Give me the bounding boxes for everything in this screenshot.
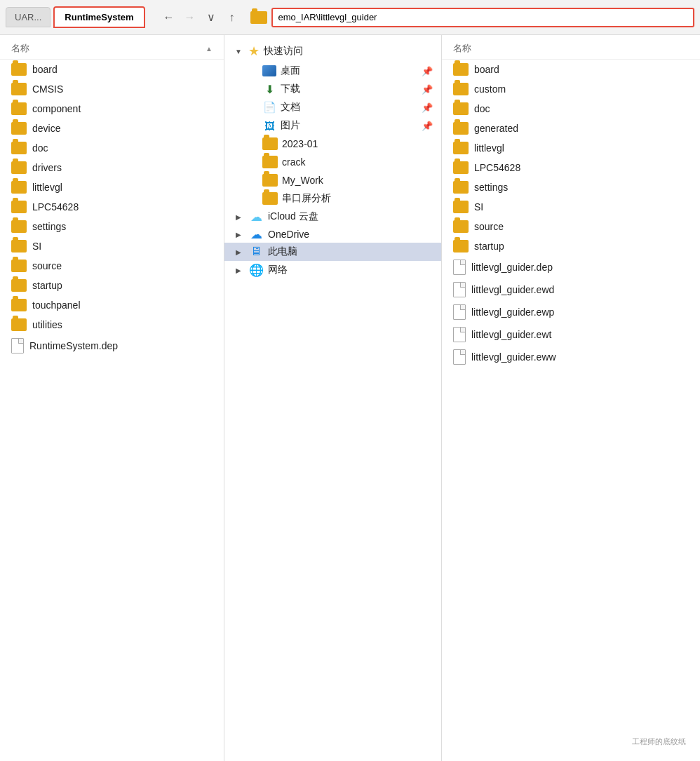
item-name-label: startup [474,241,504,252]
icloud-label: iCloud 云盘 [268,210,318,223]
folder-icon [453,122,469,135]
right-panel-item[interactable]: source [442,217,700,236]
folder-icon [262,137,278,150]
right-panel-item[interactable]: doc [442,99,700,119]
icloud-expand-icon[interactable]: ▶ [233,211,244,222]
right-panel-item[interactable]: littlevgl [442,138,700,158]
left-panel-item[interactable]: LPC54628 [0,197,224,217]
item-name-label: settings [32,221,66,232]
left-panel-item[interactable]: SI [0,236,224,256]
nav-back-button[interactable]: ← [159,8,179,27]
left-panel-item[interactable]: source [0,256,224,276]
quick-access-list-item[interactable]: 串口屏分析 [224,189,441,208]
right-panel-item[interactable]: littlevgl_guider.ewd [442,278,700,301]
left-panel-item[interactable]: CMSIS [0,79,224,99]
network-expand-icon[interactable]: ▶ [233,264,244,276]
item-name-label: littlevgl [474,142,504,154]
left-panel-item[interactable]: RuntimeSystem.dep [0,335,224,357]
item-name-label: drivers [32,162,62,173]
left-panel-item[interactable]: doc [0,138,224,158]
quick-item-name-label: My_Work [282,175,323,186]
item-name-label: littlevgl_guider.ewd [471,284,554,295]
item-name-label: littlevgl_guider.ewt [471,329,551,340]
pc-expand-icon[interactable]: ▶ [233,246,244,257]
left-panel: 名称 ▲ boardCMSIScomponentdevicedocdrivers… [0,35,224,761]
quick-access-list-item[interactable]: My_Work [224,171,441,189]
right-panel-item[interactable]: littlevgl_guider.ewt [442,323,700,346]
left-panel-item[interactable]: littlevgl [0,177,224,197]
folder-icon [453,142,469,154]
folder-icon [453,102,469,115]
download-icon: ⬇ [262,83,276,95]
icloud-item[interactable]: ▶ ☁ iCloud 云盘 [224,208,441,226]
quick-access-list-item[interactable]: ⬇下载📌 [224,80,441,98]
left-panel-item[interactable]: utilities [0,315,224,335]
left-panel-item[interactable]: board [0,60,224,79]
folder-icon [11,83,27,95]
left-panel-item[interactable]: drivers [0,158,224,177]
item-name-label: source [474,221,504,232]
network-item[interactable]: ▶ 🌐 网络 [224,261,441,279]
quick-items-container: 桌面📌⬇下载📌📄文档📌🖼图片📌2023-01crackMy_Work串口屏分析 [224,62,441,208]
quick-access-list-item[interactable]: 🖼图片📌 [224,116,441,135]
pc-item[interactable]: ▶ 🖥 此电脑 [224,243,441,261]
folder-icon [11,142,27,154]
left-panel-item[interactable]: touchpanel [0,295,224,315]
quick-access-list-item[interactable]: 2023-01 [224,135,441,153]
address-input[interactable] [271,8,694,27]
right-panel-item[interactable]: littlevgl_guider.dep [442,256,700,278]
right-panel-item[interactable]: startup [442,236,700,256]
item-name-label: SI [32,241,41,252]
folder-icon [453,240,469,252]
left-panel-item[interactable]: settings [0,217,224,236]
onedrive-expand-icon[interactable]: ▶ [233,229,244,240]
item-name-label: littlevgl_guider.dep [471,262,553,273]
folder-icon [11,161,27,174]
left-items-container: boardCMSIScomponentdevicedocdriverslittl… [0,60,224,357]
left-panel-item[interactable]: component [0,99,224,119]
onedrive-item[interactable]: ▶ ☁ OneDrive [224,226,441,243]
quick-access-expand-icon[interactable]: ▼ [233,46,244,57]
right-panel-item[interactable]: littlevgl_guider.ewp [442,301,700,323]
nav-forward-button[interactable]: → [180,8,200,27]
right-panel-item[interactable]: custom [442,79,700,99]
pics-icon: 🖼 [262,119,276,132]
right-panel-item[interactable]: SI [442,197,700,217]
nav-up-button[interactable]: ↑ [222,8,242,27]
quick-item-name-label: 串口屏分析 [282,192,331,205]
right-panel-item[interactable]: generated [442,119,700,138]
star-icon: ★ [248,43,260,59]
item-name-label: LPC54628 [32,201,79,213]
quick-access-list-item[interactable]: crack [224,153,441,171]
item-name-label: utilities [32,319,62,330]
left-panel-header-label: 名称 [11,42,29,55]
right-panel-item[interactable]: settings [442,177,700,197]
quick-item-name-label: 文档 [281,101,300,114]
folder-icon [453,161,469,174]
item-name-label: LPC54628 [474,162,520,173]
nav-dropdown-button[interactable]: ∨ [201,8,221,27]
pin-icon: 📌 [422,66,433,76]
left-panel-item[interactable]: startup [0,276,224,295]
left-panel-item[interactable]: device [0,119,224,138]
quick-access-list-item[interactable]: 桌面📌 [224,62,441,80]
folder-icon [11,260,27,272]
address-bar-wrapper [250,8,694,27]
right-panel-item[interactable]: LPC54628 [442,158,700,177]
item-name-label: settings [474,182,508,193]
file-icon [453,349,466,365]
nav-buttons: ← → ∨ ↑ [159,8,242,27]
left-panel-chevron-icon: ▲ [206,45,213,53]
quick-access-item[interactable]: ▼ ★ 快速访问 [224,41,441,62]
item-name-label: CMSIS [32,83,63,95]
onedrive-icon: ☁ [248,229,264,240]
right-panel-item[interactable]: board [442,60,700,79]
network-label: 网络 [268,264,288,276]
tab-inactive[interactable]: UAR... [6,7,51,27]
folder-icon [453,181,469,194]
tab-active[interactable]: RuntimeSystem [53,6,144,28]
item-name-label: littlevgl_guider.eww [471,351,556,363]
right-panel-item[interactable]: littlevgl_guider.eww [442,346,700,368]
item-name-label: generated [474,123,518,134]
quick-access-list-item[interactable]: 📄文档📌 [224,98,441,116]
